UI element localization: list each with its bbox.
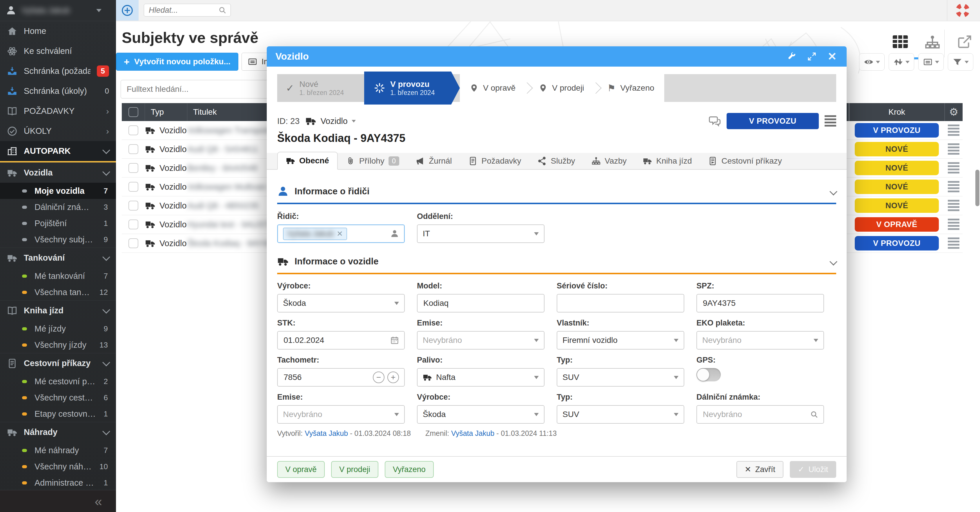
created-user-link[interactable]: Vyšata Jakub	[305, 429, 348, 437]
transition-v-oprave-button[interactable]: V opravě	[277, 461, 325, 478]
sidebar-group-kniha-jizd[interactable]: Kniha jízd	[0, 300, 116, 320]
sidebar-item-vsechny-jizdy[interactable]: Všechny jízdy 13	[0, 337, 116, 353]
row-menu-icon[interactable]	[948, 162, 959, 174]
row-menu-icon[interactable]	[948, 181, 959, 193]
vyrobce2-select[interactable]: Škoda	[417, 405, 544, 424]
emise-select[interactable]: Nevybráno	[417, 331, 544, 350]
status-badge[interactable]: NOVÉ	[855, 179, 939, 194]
global-search-input[interactable]	[148, 5, 218, 15]
row-menu-icon[interactable]	[948, 200, 959, 211]
scrollbar-thumb[interactable]	[975, 170, 979, 206]
typ-select[interactable]: SUV	[557, 368, 684, 387]
row-checkbox[interactable]	[129, 201, 138, 211]
sidebar-group-vozidla[interactable]: Vozidla	[0, 162, 116, 183]
sidebar-item-home[interactable]: Home	[0, 21, 116, 41]
status-badge[interactable]: V PROVOZU	[855, 123, 939, 138]
row-checkbox[interactable]	[129, 125, 138, 135]
help-button[interactable]	[955, 3, 970, 18]
changed-user-link[interactable]: Vyšata Jakub	[451, 429, 494, 437]
tab-obecne[interactable]: Obecné	[277, 152, 338, 170]
spz-input[interactable]	[702, 298, 818, 308]
status-badge[interactable]: V OPRAVĚ	[855, 217, 939, 232]
current-status-button[interactable]: V PROVOZU	[727, 113, 819, 129]
row-menu-icon[interactable]	[948, 238, 959, 249]
sidebar-item-pozadavky[interactable]: POŽADAVKY ›	[0, 101, 116, 121]
chat-icon[interactable]	[709, 115, 721, 127]
sidebar-item-schranka-pozadavky[interactable]: Schránka (požadavky) 5	[0, 61, 116, 81]
step-v-prodeji[interactable]: V prodeji	[529, 74, 594, 102]
sidebar-item-me-nahrady[interactable]: Mé náhrady 7	[0, 442, 116, 458]
sidebar-item-me-jizdy[interactable]: Mé jízdy 9	[0, 320, 116, 337]
status-badge[interactable]: V PROVOZU	[855, 236, 939, 250]
column-header-typ[interactable]: Typ	[145, 103, 187, 121]
maximize-button[interactable]	[806, 51, 818, 62]
vlastnik-select[interactable]: Firemní vozidlo	[557, 331, 684, 350]
table-view-button[interactable]	[891, 32, 910, 51]
column-header-krok[interactable]: Krok	[849, 103, 945, 121]
tachometr-input[interactable]	[283, 373, 373, 382]
sidebar-item-pojisteni[interactable]: Pojištění 1	[0, 215, 116, 231]
dalnicni-znamka-field[interactable]	[697, 405, 824, 424]
section-informace-o-ridici[interactable]: Informace o řidiči	[277, 185, 836, 198]
step-v-oprave[interactable]: V opravě	[460, 74, 525, 102]
seriove-cislo-input[interactable]	[563, 298, 678, 308]
model-field[interactable]	[417, 294, 544, 312]
increment-button[interactable]: +	[387, 371, 399, 383]
dalnicni-znamka-input[interactable]	[702, 409, 810, 419]
record-type-dropdown[interactable]: Vozidlo	[305, 116, 356, 127]
model-input[interactable]	[423, 298, 539, 308]
decrement-button[interactable]: −	[373, 371, 385, 383]
step-v-provozu-active[interactable]: V provozu 1. březen 2024	[364, 71, 460, 105]
sidebar-item-me-tankovani[interactable]: Mé tankování 7	[0, 268, 116, 284]
ridic-field[interactable]: Vyšata Jakub ✕	[277, 224, 405, 243]
sidebar-user[interactable]: Vyšata Jakub	[0, 0, 116, 21]
step-vyrazeno[interactable]: ⚑ Vyřazeno	[598, 74, 664, 102]
sidebar-item-schranka-ukoly[interactable]: Schránka (úkoly) 0	[0, 81, 116, 101]
eko-plaketa-select[interactable]: Nevybráno	[697, 331, 824, 350]
sidebar-item-etapy-cestovnich-prikazu[interactable]: Etapy cestovních přík... 1	[0, 406, 116, 422]
sidebar-item-dalnicni-znamka[interactable]: Dálniční známka 3	[0, 199, 116, 215]
row-menu-icon[interactable]	[948, 125, 959, 136]
oddeleni-select[interactable]: IT	[417, 224, 544, 243]
sidebar-item-moje-vozidla[interactable]: Moje vozidla 7	[0, 183, 116, 199]
step-nove[interactable]: ✓ Nové 1. březen 2024	[277, 74, 364, 102]
sidebar-item-administrace-nahrad[interactable]: Administrace náhrad 1	[0, 475, 116, 491]
sidebar-item-autopark[interactable]: AUTOPARK	[0, 141, 116, 162]
emise2-select[interactable]: Nevybráno	[277, 405, 405, 424]
sidebar-item-vsechny-nahrady[interactable]: Všechny náhrady 10	[0, 458, 116, 475]
stk-field[interactable]	[277, 331, 405, 350]
palivo-select[interactable]: Nafta	[417, 368, 544, 387]
tachometr-field[interactable]: − +	[277, 368, 405, 387]
row-checkbox[interactable]	[129, 220, 138, 229]
layout-dropdown[interactable]	[918, 53, 944, 71]
stk-date-input[interactable]	[283, 335, 390, 345]
sidebar-item-vsechny-subjekty[interactable]: Všechny subjekty 9	[0, 231, 116, 247]
settings-wrench-button[interactable]	[786, 51, 797, 62]
gps-toggle[interactable]	[697, 368, 721, 381]
visibility-dropdown[interactable]	[859, 53, 885, 71]
sort-dropdown[interactable]	[889, 53, 914, 71]
spz-field[interactable]	[697, 294, 824, 312]
select-all-checkbox[interactable]	[129, 107, 138, 117]
status-badge[interactable]: NOVÉ	[855, 142, 939, 156]
section-informace-o-vozidle[interactable]: Informace o vozidle	[277, 255, 836, 268]
status-badge[interactable]: NOVÉ	[855, 161, 939, 175]
transition-vyrazeno-button[interactable]: Vyřazeno	[385, 461, 434, 478]
filter-dropdown[interactable]	[948, 53, 973, 71]
create-item-button[interactable]: + Vytvořit novou položku...	[116, 53, 238, 71]
export-button[interactable]	[957, 34, 972, 50]
tab-zurnal[interactable]: Žurnál	[407, 153, 460, 169]
sidebar-group-tankovani[interactable]: Tankování	[0, 247, 116, 268]
quick-add-button[interactable]	[116, 0, 138, 21]
transition-v-prodeji-button[interactable]: V prodeji	[331, 461, 379, 478]
sidebar-item-ukoly[interactable]: ÚKOLY ›	[0, 121, 116, 141]
seriove-cislo-field[interactable]	[557, 294, 684, 312]
vyrobce-select[interactable]: Škoda	[277, 294, 405, 312]
row-checkbox[interactable]	[129, 144, 138, 154]
sidebar-collapse-button[interactable]: «	[0, 490, 116, 512]
tab-pozadavky[interactable]: Požadavky	[460, 153, 530, 169]
sidebar-item-vsechna-tankovani[interactable]: Všechna tankování 12	[0, 284, 116, 300]
sidebar-group-nahrady[interactable]: Náhrady	[0, 422, 116, 442]
sidebar-group-cestovni-prikazy[interactable]: Cestovní příkazy	[0, 353, 116, 373]
table-settings-button[interactable]: ⚙	[945, 103, 963, 121]
